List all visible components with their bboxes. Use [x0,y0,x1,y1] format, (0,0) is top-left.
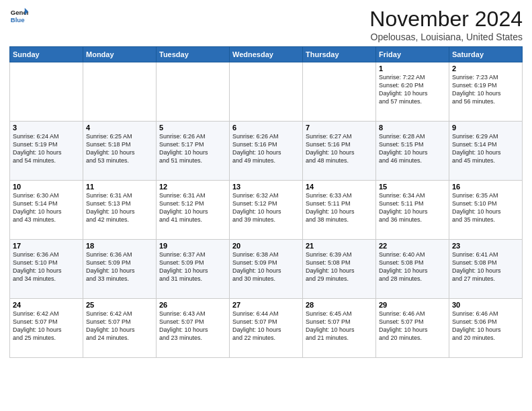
calendar-cell: 3Sunrise: 6:24 AM Sunset: 5:19 PM Daylig… [10,122,83,181]
calendar-week-row: 3Sunrise: 6:24 AM Sunset: 5:19 PM Daylig… [10,122,523,181]
calendar-cell: 1Sunrise: 7:22 AM Sunset: 6:20 PM Daylig… [376,62,449,122]
day-info: Sunrise: 6:28 AM Sunset: 5:15 PM Dayligh… [379,132,446,165]
day-info: Sunrise: 6:26 AM Sunset: 5:16 PM Dayligh… [232,132,300,165]
day-number: 11 [86,183,153,191]
day-of-week-header: Thursday [303,47,376,62]
calendar-cell [157,62,230,122]
day-of-week-header: Tuesday [157,47,230,62]
day-number: 3 [13,124,80,132]
day-info: Sunrise: 6:41 AM Sunset: 5:08 PM Dayligh… [452,250,519,283]
day-of-week-header: Monday [83,47,157,62]
day-number: 15 [379,183,446,191]
day-number: 12 [159,183,226,191]
calendar-cell: 28Sunrise: 6:45 AM Sunset: 5:07 PM Dayli… [303,299,376,358]
day-info: Sunrise: 6:33 AM Sunset: 5:11 PM Dayligh… [306,191,373,224]
calendar-cell: 17Sunrise: 6:36 AM Sunset: 5:10 PM Dayli… [10,240,83,299]
svg-text:Blue: Blue [11,16,25,24]
day-info: Sunrise: 6:31 AM Sunset: 5:12 PM Dayligh… [159,191,226,224]
calendar-cell: 22Sunrise: 6:40 AM Sunset: 5:08 PM Dayli… [376,240,449,299]
calendar-cell: 11Sunrise: 6:31 AM Sunset: 5:13 PM Dayli… [83,181,157,240]
day-number: 1 [379,64,446,73]
day-info: Sunrise: 6:30 AM Sunset: 5:14 PM Dayligh… [13,191,80,224]
calendar-cell: 27Sunrise: 6:44 AM Sunset: 5:07 PM Dayli… [230,299,303,358]
day-info: Sunrise: 6:42 AM Sunset: 5:07 PM Dayligh… [86,310,153,342]
day-info: Sunrise: 6:25 AM Sunset: 5:18 PM Dayligh… [86,132,153,165]
day-info: Sunrise: 6:38 AM Sunset: 5:09 PM Dayligh… [232,250,300,283]
day-number: 19 [159,242,226,250]
calendar-cell: 10Sunrise: 6:30 AM Sunset: 5:14 PM Dayli… [10,181,83,240]
calendar-cell: 8Sunrise: 6:28 AM Sunset: 5:15 PM Daylig… [376,122,449,181]
day-info: Sunrise: 6:26 AM Sunset: 5:17 PM Dayligh… [159,132,226,165]
calendar-cell: 4Sunrise: 6:25 AM Sunset: 5:18 PM Daylig… [83,122,157,181]
day-of-week-header: Sunday [10,47,83,62]
day-number: 22 [379,242,446,250]
header: General Blue General Blue November 2024 … [9,7,523,42]
day-number: 27 [232,301,300,309]
calendar-week-row: 17Sunrise: 6:36 AM Sunset: 5:10 PM Dayli… [10,240,523,299]
calendar-cell: 16Sunrise: 6:35 AM Sunset: 5:10 PM Dayli… [449,181,523,240]
calendar-cell: 23Sunrise: 6:41 AM Sunset: 5:08 PM Dayli… [449,240,523,299]
calendar-cell: 9Sunrise: 6:29 AM Sunset: 5:14 PM Daylig… [449,122,523,181]
day-of-week-header: Friday [376,47,449,62]
day-info: Sunrise: 6:44 AM Sunset: 5:07 PM Dayligh… [232,310,300,342]
calendar-cell: 5Sunrise: 6:26 AM Sunset: 5:17 PM Daylig… [157,122,230,181]
calendar-cell: 25Sunrise: 6:42 AM Sunset: 5:07 PM Dayli… [83,299,157,358]
calendar-cell: 15Sunrise: 6:34 AM Sunset: 5:11 PM Dayli… [376,181,449,240]
day-number: 21 [306,242,373,250]
day-number: 14 [306,183,373,191]
day-number: 2 [452,64,519,73]
subtitle: Opelousas, Louisiana, United States [369,32,523,42]
calendar-cell [230,62,303,122]
page: General Blue General Blue November 2024 … [0,0,532,365]
day-info: Sunrise: 6:32 AM Sunset: 5:12 PM Dayligh… [232,191,300,224]
day-number: 13 [232,183,300,191]
day-info: Sunrise: 6:39 AM Sunset: 5:08 PM Dayligh… [306,250,373,283]
day-number: 23 [452,242,519,250]
calendar-week-row: 10Sunrise: 6:30 AM Sunset: 5:14 PM Dayli… [10,181,523,240]
calendar-cell: 13Sunrise: 6:32 AM Sunset: 5:12 PM Dayli… [230,181,303,240]
day-number: 5 [159,124,226,132]
day-info: Sunrise: 6:24 AM Sunset: 5:19 PM Dayligh… [13,132,80,165]
day-info: Sunrise: 6:46 AM Sunset: 5:06 PM Dayligh… [452,310,519,342]
day-info: Sunrise: 6:43 AM Sunset: 5:07 PM Dayligh… [159,310,226,342]
logo: General Blue General Blue [9,7,28,26]
day-header-row: SundayMondayTuesdayWednesdayThursdayFrid… [10,47,523,62]
day-info: Sunrise: 6:34 AM Sunset: 5:11 PM Dayligh… [379,191,446,224]
calendar-cell: 20Sunrise: 6:38 AM Sunset: 5:09 PM Dayli… [230,240,303,299]
month-title: November 2024 [369,7,523,32]
calendar-cell: 6Sunrise: 6:26 AM Sunset: 5:16 PM Daylig… [230,122,303,181]
day-number: 9 [452,124,519,132]
day-info: Sunrise: 6:36 AM Sunset: 5:10 PM Dayligh… [13,250,80,283]
calendar-week-row: 24Sunrise: 6:42 AM Sunset: 5:07 PM Dayli… [10,299,523,358]
day-info: Sunrise: 6:45 AM Sunset: 5:07 PM Dayligh… [306,310,373,342]
day-info: Sunrise: 7:23 AM Sunset: 6:19 PM Dayligh… [452,73,519,106]
day-info: Sunrise: 6:37 AM Sunset: 5:09 PM Dayligh… [159,250,226,283]
day-number: 8 [379,124,446,132]
day-number: 29 [379,301,446,309]
day-info: Sunrise: 6:27 AM Sunset: 5:16 PM Dayligh… [306,132,373,165]
calendar-cell [303,62,376,122]
day-of-week-header: Wednesday [230,47,303,62]
calendar: SundayMondayTuesdayWednesdayThursdayFrid… [9,46,523,358]
title-block: November 2024 Opelousas, Louisiana, Unit… [369,7,523,42]
day-info: Sunrise: 6:40 AM Sunset: 5:08 PM Dayligh… [379,250,446,283]
day-number: 4 [86,124,153,132]
day-number: 26 [159,301,226,309]
day-of-week-header: Saturday [449,47,523,62]
day-number: 28 [306,301,373,309]
calendar-cell: 18Sunrise: 6:36 AM Sunset: 5:09 PM Dayli… [83,240,157,299]
calendar-cell [10,62,83,122]
day-number: 17 [13,242,80,250]
calendar-week-row: 1Sunrise: 7:22 AM Sunset: 6:20 PM Daylig… [10,62,523,122]
calendar-cell: 24Sunrise: 6:42 AM Sunset: 5:07 PM Dayli… [10,299,83,358]
calendar-cell: 26Sunrise: 6:43 AM Sunset: 5:07 PM Dayli… [157,299,230,358]
calendar-cell: 2Sunrise: 7:23 AM Sunset: 6:19 PM Daylig… [449,62,523,122]
calendar-cell [83,62,157,122]
day-info: Sunrise: 6:31 AM Sunset: 5:13 PM Dayligh… [86,191,153,224]
day-number: 18 [86,242,153,250]
day-number: 30 [452,301,519,309]
day-info: Sunrise: 6:36 AM Sunset: 5:09 PM Dayligh… [86,250,153,283]
day-info: Sunrise: 6:42 AM Sunset: 5:07 PM Dayligh… [13,310,80,342]
day-number: 24 [13,301,80,309]
day-number: 6 [232,124,300,132]
